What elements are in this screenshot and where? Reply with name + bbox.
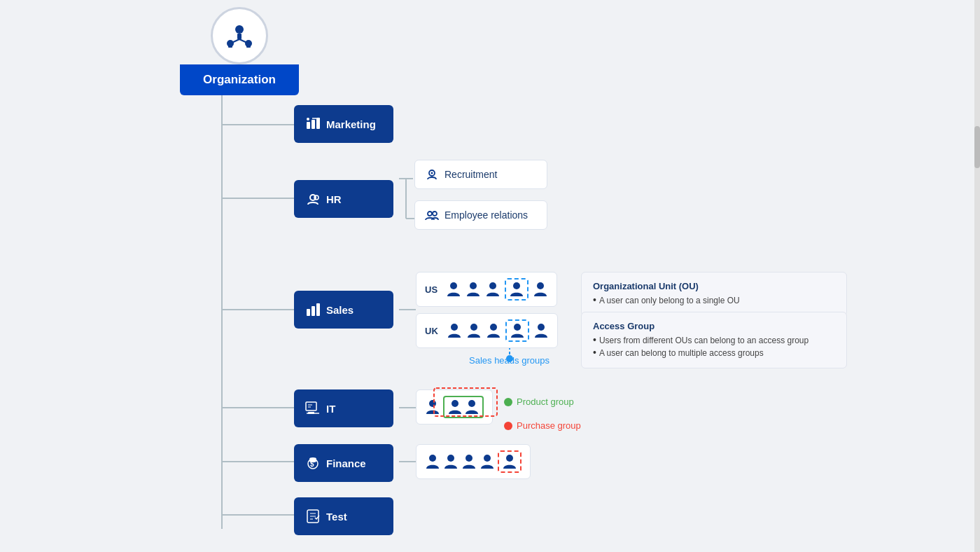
svg-point-30 — [431, 172, 433, 174]
sub-employee-relations: Employee relations — [414, 200, 547, 230]
dept-finance: $ Finance — [294, 444, 393, 482]
dept-test: Test — [294, 497, 393, 535]
sales-us-row: US — [416, 272, 557, 307]
svg-point-63 — [506, 455, 513, 462]
svg-rect-20 — [246, 43, 251, 48]
svg-rect-25 — [316, 118, 320, 129]
svg-rect-18 — [237, 34, 241, 39]
sales-uk-row: UK — [416, 313, 558, 348]
svg-point-59 — [429, 455, 436, 462]
org-root: Organization — [180, 7, 299, 95]
product-group-label: Product group — [504, 396, 574, 407]
ag-info-item-2: A user can belong to multiple access gro… — [593, 347, 835, 359]
svg-point-26 — [307, 118, 309, 120]
test-label: Test — [326, 511, 347, 523]
sales-us-highlighted-group — [505, 278, 528, 301]
hr-label: HR — [326, 193, 342, 205]
sales-label: Sales — [326, 304, 354, 316]
purchase-group-label: Purchase group — [504, 420, 581, 431]
finance-label: Finance — [326, 457, 366, 469]
svg-point-15 — [235, 25, 244, 34]
svg-rect-19 — [228, 43, 232, 48]
employee-relations-label: Employee relations — [444, 209, 528, 221]
svg-point-61 — [465, 455, 472, 462]
ag-info-item-1: Users from different OUs can belong to a… — [593, 334, 835, 347]
svg-point-41 — [451, 324, 458, 331]
finance-purchase-group — [498, 450, 522, 473]
svg-point-36 — [450, 282, 457, 289]
svg-rect-24 — [312, 120, 315, 129]
scrollbar-thumb[interactable] — [974, 126, 980, 168]
ag-info-title: Access Group — [593, 321, 835, 331]
ou-info-title: Organizational Unit (OU) — [593, 281, 835, 291]
svg-rect-46 — [306, 402, 316, 410]
svg-point-62 — [484, 455, 491, 462]
svg-point-38 — [489, 282, 496, 289]
svg-point-40 — [537, 282, 544, 289]
svg-point-58 — [309, 460, 316, 462]
dept-it: IT — [294, 389, 393, 427]
sales-uk-highlighted-group — [505, 319, 529, 342]
svg-point-32 — [433, 212, 437, 216]
svg-rect-35 — [316, 303, 320, 316]
dept-sales: Sales — [294, 291, 393, 329]
us-label: US — [425, 284, 438, 295]
sub-recruitment: Recruitment — [414, 160, 547, 189]
it-label: IT — [326, 403, 335, 415]
main-container: Organization Marketing HR — [147, 0, 980, 552]
svg-point-42 — [470, 324, 477, 331]
svg-point-60 — [447, 455, 454, 462]
svg-rect-54 — [434, 388, 497, 416]
svg-point-37 — [470, 282, 477, 289]
sales-heads-label: Sales heads groups — [469, 354, 550, 366]
svg-point-39 — [513, 282, 520, 289]
org-icon — [211, 7, 268, 64]
scrollbar-track — [974, 0, 980, 552]
dept-marketing: Marketing — [294, 105, 393, 143]
marketing-label: Marketing — [326, 118, 376, 130]
recruitment-label: Recruitment — [444, 169, 497, 180]
ou-info-item-1: A user can only belong to a single OU — [593, 294, 835, 307]
svg-rect-23 — [307, 122, 310, 129]
svg-point-43 — [490, 324, 497, 331]
svg-rect-33 — [307, 309, 310, 316]
svg-point-45 — [538, 324, 545, 331]
ou-info-box: Organizational Unit (OU) A user can only… — [581, 272, 847, 316]
svg-point-44 — [514, 324, 521, 331]
uk-label: UK — [425, 326, 438, 336]
finance-groups — [416, 444, 531, 479]
svg-rect-34 — [312, 306, 315, 316]
svg-point-31 — [428, 212, 432, 216]
purchase-group-outline — [433, 387, 503, 422]
ag-info-box: Access Group Users from different OUs ca… — [581, 312, 847, 368]
dept-hr: HR — [294, 180, 393, 218]
org-root-label: Organization — [180, 64, 299, 95]
